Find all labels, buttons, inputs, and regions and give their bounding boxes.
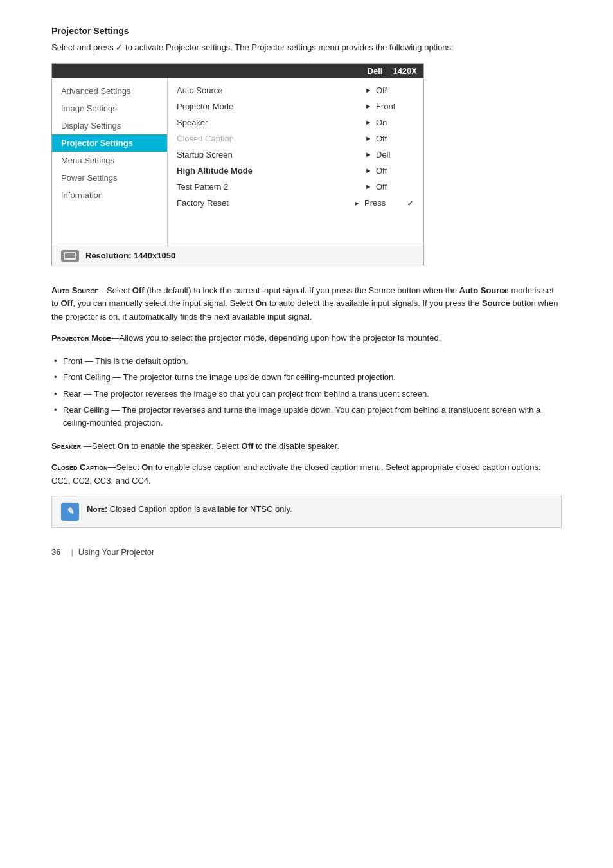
- bullet-front: Front — This is the default option.: [51, 353, 562, 370]
- resolution-icon: [61, 250, 79, 262]
- bullet-rear: Rear — The projector reverses the image …: [51, 386, 562, 402]
- osd-menu-item-power[interactable]: Power Settings: [52, 169, 167, 186]
- osd-menu-item-info[interactable]: Information: [52, 186, 167, 204]
- osd-row-closed-caption: Closed Caption ► Off: [168, 131, 423, 147]
- note-label: Note:: [87, 504, 110, 514]
- projector-mode-list: Front — This is the default option. Fron…: [51, 353, 562, 431]
- osd-label-high-altitude: High Altitude Mode: [177, 166, 365, 176]
- closed-caption-para: Closed Caption—Select On to enable close…: [51, 461, 562, 488]
- osd-label-closed-caption: Closed Caption: [177, 134, 365, 143]
- osd-label-projector-mode: Projector Mode: [177, 102, 365, 111]
- osd-value-speaker: On: [376, 118, 414, 127]
- bullet-front-ceiling: Front Ceiling — The projector turns the …: [51, 369, 562, 386]
- osd-top-bar: Dell 1420X: [52, 64, 423, 78]
- footer-text: Using Your Projector: [78, 547, 155, 557]
- section-title: Projector Settings: [51, 26, 562, 36]
- osd-left-menu: Advanced Settings Image Settings Display…: [52, 78, 168, 246]
- osd-value-closed-caption: Off: [376, 134, 414, 143]
- osd-row-high-altitude: High Altitude Mode ► Off: [168, 163, 423, 179]
- osd-row-startup-screen: Startup Screen ► Dell: [168, 147, 423, 163]
- closed-caption-term: Closed Caption: [51, 462, 107, 472]
- check-icon-factory-reset: ✓: [407, 198, 414, 208]
- projector-mode-para: Projector Mode—Allows you to select the …: [51, 332, 562, 345]
- speaker-para: Speaker —Select On to enable the speaker…: [51, 440, 562, 453]
- osd-row-speaker: Speaker ► On: [168, 114, 423, 131]
- note-icon: ✎: [61, 503, 79, 521]
- arrow-icon-high-altitude: ►: [365, 167, 372, 174]
- osd-value-auto-source: Off: [376, 86, 414, 95]
- osd-value-startup-screen: Dell: [376, 150, 414, 159]
- osd-menu-item-advanced[interactable]: Advanced Settings: [52, 82, 167, 100]
- osd-menu: Dell 1420X Advanced Settings Image Setti…: [51, 63, 424, 266]
- osd-label-startup-screen: Startup Screen: [177, 150, 365, 159]
- osd-row-test-pattern: Test Pattern 2 ► Off: [168, 179, 423, 195]
- osd-menu-item-image[interactable]: Image Settings: [52, 100, 167, 117]
- note-content: Closed Caption option is available for N…: [110, 504, 292, 514]
- osd-row-projector-mode: Projector Mode ► Front: [168, 98, 423, 114]
- intro-text: Select and press ✓ to activate Projector…: [51, 41, 562, 54]
- projector-mode-term: Projector Mode: [51, 333, 111, 343]
- arrow-icon-closed-caption: ►: [365, 134, 372, 142]
- arrow-icon-test-pattern: ►: [365, 183, 372, 190]
- page-number: 36: [51, 547, 60, 557]
- osd-label-auto-source: Auto Source: [177, 86, 365, 95]
- osd-value-test-pattern: Off: [376, 182, 414, 192]
- osd-menu-item-projector[interactable]: Projector Settings: [52, 134, 167, 152]
- osd-value-factory-reset: Press: [364, 198, 403, 208]
- osd-row-factory-reset: Factory Reset ► Press ✓: [168, 195, 423, 212]
- page-footer: 36 | Using Your Projector: [51, 547, 562, 557]
- osd-brand: Dell: [368, 66, 383, 76]
- speaker-term: Speaker: [51, 441, 81, 451]
- footer-divider: |: [71, 547, 73, 557]
- osd-bottom-bar: Resolution: 1440x1050: [52, 246, 423, 266]
- osd-right-panel: Auto Source ► Off Projector Mode ► Front…: [168, 78, 423, 246]
- osd-body: Advanced Settings Image Settings Display…: [52, 78, 423, 246]
- osd-label-speaker: Speaker: [177, 118, 365, 127]
- resolution-label: Resolution: 1440x1050: [85, 251, 175, 260]
- note-box: ✎ Note: Closed Caption option is availab…: [51, 496, 562, 528]
- arrow-icon-speaker: ►: [365, 118, 372, 126]
- auto-source-term: Auto Source: [51, 285, 98, 295]
- osd-model: 1420X: [393, 66, 417, 76]
- osd-value-projector-mode: Front: [376, 102, 414, 111]
- body-content: Auto Source—Select Off (the default) to …: [51, 284, 562, 528]
- bullet-rear-ceiling: Rear Ceiling — The projector reverses an…: [51, 402, 562, 431]
- arrow-icon-projector-mode: ►: [365, 102, 372, 110]
- arrow-icon-factory-reset: ►: [353, 199, 360, 207]
- osd-value-high-altitude: Off: [376, 166, 414, 176]
- note-text: Note: Closed Caption option is available…: [87, 503, 292, 516]
- arrow-icon-auto-source: ►: [365, 86, 372, 94]
- arrow-icon-startup-screen: ►: [365, 150, 372, 158]
- osd-label-test-pattern: Test Pattern 2: [177, 182, 365, 192]
- osd-menu-item-menu[interactable]: Menu Settings: [52, 152, 167, 169]
- osd-row-auto-source: Auto Source ► Off: [168, 82, 423, 98]
- osd-menu-item-display[interactable]: Display Settings: [52, 117, 167, 134]
- auto-source-para: Auto Source—Select Off (the default) to …: [51, 284, 562, 324]
- osd-label-factory-reset: Factory Reset: [177, 198, 353, 208]
